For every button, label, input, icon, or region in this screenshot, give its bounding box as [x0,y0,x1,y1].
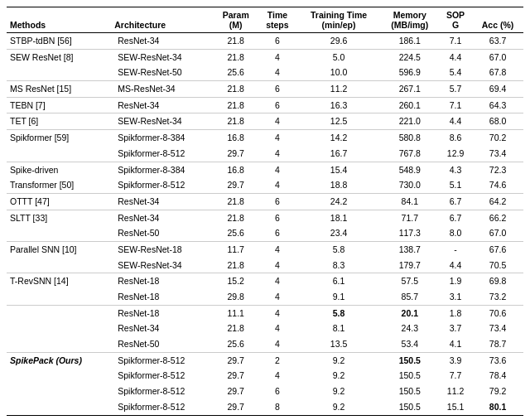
cell-method [7,321,111,336]
cell-param: 29.7 [214,352,258,368]
cell-acc: 64.3 [472,97,523,113]
cell-acc: 63.7 [472,33,523,50]
cell-acc: 73.4 [472,146,523,162]
cell-architecture: ResNet-34 [111,97,214,113]
cell-param: 21.8 [214,113,258,130]
cell-time-steps: 4 [258,368,296,384]
cell-acc: 73.4 [472,321,523,336]
cell-sop: 3.7 [439,321,472,336]
cell-architecture: SEW-ResNet-50 [111,65,214,80]
cell-time-steps: 6 [258,33,296,50]
cell-method [7,65,111,80]
cell-sop: 12.9 [439,146,472,162]
table-row: Parallel SNN [10]SEW-ResNet-1811.745.813… [7,241,523,257]
cell-param: 25.6 [214,336,258,352]
col-header-time: Timesteps [258,7,296,33]
cell-param: 29.7 [214,177,258,193]
cell-time-steps: 2 [258,352,296,368]
cell-param: 16.8 [214,130,258,146]
cell-time-steps: 4 [258,336,296,352]
cell-training-time: 11.2 [296,81,380,98]
table-row: ResNet-1811.145.820.11.870.6 [7,305,523,321]
cell-method: Spikformer [59] [7,130,111,146]
cell-param: 11.1 [214,305,258,321]
cell-method [7,336,111,352]
cell-method [7,305,111,321]
cell-architecture: Spikformer-8-512 [111,177,214,193]
cell-time-steps: 4 [258,305,296,321]
cell-param: 16.8 [214,162,258,177]
cell-architecture: MS-ResNet-34 [111,81,214,98]
cell-sop: 6.7 [439,193,472,210]
table-row: SLTT [33]ResNet-3421.8618.171.76.766.2 [7,210,523,225]
table-row: ResNet-1829.849.185.73.173.2 [7,289,523,305]
cell-training-time: 9.2 [296,368,380,384]
cell-architecture: ResNet-34 [111,33,214,50]
cell-param: 25.6 [214,65,258,80]
table-row: Spike-drivenSpikformer-8-38416.8415.4548… [7,162,523,177]
cell-sop: 7.7 [439,368,472,384]
cell-acc: 74.6 [472,177,523,193]
cell-memory: 117.3 [381,225,439,241]
cell-acc: 64.2 [472,193,523,210]
table-row: Transformer [50]Spikformer-8-51229.7418.… [7,177,523,193]
cell-memory: 548.9 [381,162,439,177]
cell-time-steps: 6 [258,225,296,241]
cell-method: Transformer [50] [7,177,111,193]
table-row: Spikformer-8-51229.769.2150.511.279.2 [7,384,523,399]
cell-method [7,225,111,241]
cell-time-steps: 8 [258,399,296,415]
table-row: OTTT [47]ResNet-3421.8624.284.16.764.2 [7,193,523,210]
cell-architecture: SEW-ResNet-34 [111,113,214,130]
cell-param: 11.7 [214,241,258,257]
table-row: T-RevSNN [14]ResNet-1815.246.157.51.969.… [7,273,523,289]
cell-architecture: ResNet-34 [111,210,214,225]
cell-param: 29.7 [214,399,258,415]
cell-time-steps: 4 [258,177,296,193]
cell-acc: 69.8 [472,273,523,289]
cell-memory: 596.9 [381,65,439,80]
cell-memory: 53.4 [381,336,439,352]
cell-time-steps: 4 [258,146,296,162]
col-header-training-time: Training Time(min/ep) [296,7,380,33]
table-header-row: Methods Architecture Param(M) Timesteps … [7,7,523,33]
cell-time-steps: 4 [258,289,296,305]
cell-training-time: 23.4 [296,225,380,241]
cell-acc: 70.5 [472,258,523,273]
cell-time-steps: 4 [258,258,296,273]
cell-acc: 67.6 [472,241,523,257]
cell-sop: 4.4 [439,49,472,65]
cell-training-time: 8.1 [296,321,380,336]
cell-memory: 221.0 [381,113,439,130]
cell-time-steps: 6 [258,81,296,98]
cell-method: STBP-tdBN [56] [7,33,111,50]
cell-sop: 15.1 [439,399,472,415]
cell-training-time: 5.0 [296,49,380,65]
cell-architecture: Spikformer-8-384 [111,162,214,177]
cell-acc: 67.0 [472,225,523,241]
cell-param: 25.6 [214,225,258,241]
cell-architecture: ResNet-50 [111,225,214,241]
cell-time-steps: 4 [258,130,296,146]
cell-memory: 57.5 [381,273,439,289]
cell-training-time: 29.6 [296,33,380,50]
cell-acc: 70.2 [472,130,523,146]
table-row: STBP-tdBN [56]ResNet-3421.8629.6186.17.1… [7,33,523,50]
cell-method [7,384,111,399]
cell-memory: 150.5 [381,368,439,384]
cell-method: T-RevSNN [14] [7,273,111,289]
cell-training-time: 10.0 [296,65,380,80]
cell-training-time: 6.1 [296,273,380,289]
cell-sop: - [439,241,472,257]
table-row: Spikformer-8-51229.7416.7767.812.973.4 [7,146,523,162]
cell-training-time: 15.4 [296,162,380,177]
col-header-methods: Methods [7,7,111,33]
cell-memory: 71.7 [381,210,439,225]
cell-memory: 179.7 [381,258,439,273]
cell-method: SEW ResNet [8] [7,49,111,65]
cell-architecture: Spikformer-8-512 [111,368,214,384]
cell-memory: 150.5 [381,352,439,368]
cell-acc: 79.2 [472,384,523,399]
cell-memory: 267.1 [381,81,439,98]
cell-sop: 4.4 [439,113,472,130]
